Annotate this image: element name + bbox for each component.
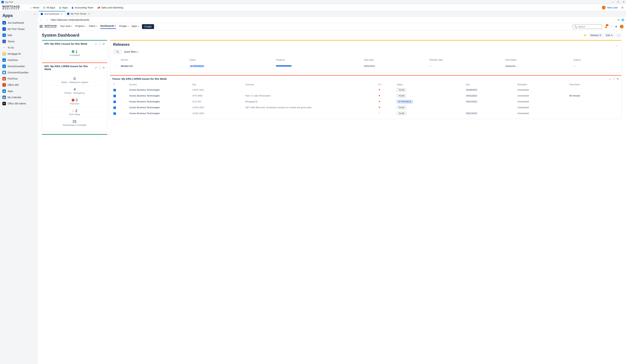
- window-close[interactable]: ✕: [623, 1, 625, 3]
- issue-row[interactable]: ✓ Access Business Technologies SLS-433 M…: [113, 99, 619, 105]
- close-tab-icon[interactable]: ✕: [88, 12, 90, 15]
- browser-tab[interactable]: My Time Tempo✕: [65, 11, 92, 17]
- sidebar-item[interactable]: ✉Mail: [0, 32, 37, 38]
- fcol-summary[interactable]: Summary: [244, 82, 377, 87]
- sidebar-item[interactable]: ☁OneDrive: [0, 57, 37, 63]
- reload-icon[interactable]: ⟳: [103, 42, 105, 45]
- refresh-button[interactable]: Refresh⟳: [589, 33, 603, 38]
- col-reldate[interactable]: Release date: [429, 57, 505, 63]
- edit-button[interactable]: Edit✎: [604, 33, 614, 38]
- key-cell[interactable]: SLS-433: [192, 99, 244, 105]
- nav-allapps[interactable]: ☰All Apps: [43, 6, 55, 9]
- menu-yourwork[interactable]: Your work▾: [60, 25, 72, 29]
- sidebar-item[interactable]: 👥Teams: [0, 38, 37, 44]
- releases-more-icon[interactable]: ⋯: [616, 44, 618, 47]
- col-status[interactable]: Status: [189, 57, 275, 63]
- search-input[interactable]: [578, 25, 599, 28]
- user-name[interactable]: New User: [607, 6, 618, 9]
- menu-dashboards[interactable]: Dashboards▾: [100, 25, 116, 29]
- menu-filters[interactable]: Filters▾: [89, 25, 97, 29]
- col-progress[interactable]: Progress: [275, 57, 363, 63]
- url-display[interactable]: https://atlassian.net/jira/dashboards/: [51, 18, 616, 21]
- minimize-icon[interactable]: ⤢: [95, 42, 97, 45]
- issue-row[interactable]: ✓ Access Business Technologies LEAD-1628…: [113, 105, 619, 110]
- releases-search-icon[interactable]: 🔍: [113, 49, 122, 54]
- summary-cell[interactable]: Mortgage BI: [244, 99, 377, 105]
- issue-row[interactable]: ✓ Access Business Technologies LEAD-1629…: [113, 111, 619, 116]
- fcol-status[interactable]: Status: [396, 82, 465, 87]
- fcol-t[interactable]: T: [113, 82, 128, 87]
- close-tab-icon[interactable]: ✕: [61, 13, 63, 15]
- col-start[interactable]: Start date: [363, 57, 429, 63]
- sidebar-item[interactable]: 📆My Calendar: [0, 94, 37, 101]
- fcol-due[interactable]: Due: [465, 82, 516, 87]
- nav-team[interactable]: ◧Accounting Team: [72, 6, 93, 9]
- refresh-icon[interactable]: ⟳: [618, 18, 620, 21]
- summary-cell[interactable]: [244, 87, 377, 93]
- expand-icon[interactable]: ⛶: [99, 66, 101, 69]
- sidebar-item[interactable]: 📊Mortgage BI: [0, 51, 37, 57]
- fcol-p[interactable]: P ▾: [378, 82, 396, 87]
- user-avatar[interactable]: [602, 6, 606, 9]
- summary-cell[interactable]: Pam: E-mails Restoration: [244, 93, 377, 99]
- col-actions[interactable]: Actions: [573, 57, 618, 63]
- key-cell[interactable]: LEAD-1628: [192, 105, 244, 110]
- reload-icon[interactable]: ⟳: [103, 66, 105, 69]
- help-icon[interactable]: ❔: [610, 25, 613, 28]
- summary-cell[interactable]: [244, 111, 377, 116]
- nav-home[interactable]: ⌂Home: [30, 6, 39, 9]
- globe-icon[interactable]: 🌐: [621, 18, 624, 21]
- star-icon[interactable]: ★: [584, 33, 587, 37]
- menu-people[interactable]: People▾: [119, 25, 128, 29]
- window-maximize[interactable]: ☐: [617, 1, 619, 3]
- sidebar-item[interactable]: 📅FindTime: [0, 75, 37, 82]
- browser-tab[interactable]: Jira Dashboard✕: [39, 11, 65, 17]
- expand-icon[interactable]: ⛶: [613, 77, 615, 80]
- back-button[interactable]: ←: [39, 18, 43, 22]
- col-version[interactable]: Version: [120, 57, 188, 63]
- sidebar-item[interactable]: ⏱My Time Tempo: [0, 26, 37, 32]
- settings-icon[interactable]: ⚙: [621, 6, 624, 9]
- issue-row[interactable]: ✓ Access Business Technologies LEAD-1601…: [113, 87, 619, 93]
- fcol-res[interactable]: Resolution: [517, 82, 568, 87]
- jira-avatar[interactable]: [620, 25, 624, 29]
- forward-button[interactable]: →: [45, 18, 49, 22]
- sidebar-item[interactable]: ◆Jira Dashboard: [0, 20, 37, 26]
- sidebar-item[interactable]: ✔To Do: [0, 44, 37, 51]
- summary-cell[interactable]: ABT: With Microsoft, Accelerate solution…: [244, 105, 377, 110]
- minimize-icon[interactable]: ⤢: [609, 77, 611, 80]
- expand-icon[interactable]: ⛶: [99, 42, 101, 45]
- minimize-icon[interactable]: ⤢: [95, 66, 97, 69]
- more-button[interactable]: ⋯: [616, 33, 622, 38]
- fcol-account[interactable]: Account: [128, 82, 191, 87]
- menu-projects[interactable]: Projects▾: [75, 25, 86, 29]
- sidebar-item[interactable]: ⚙Office 365 Admin: [0, 101, 37, 107]
- reload-icon[interactable]: ⟳: [617, 77, 619, 80]
- release-row[interactable]: ⋮⋮ Version 4.0 IN PROGRESS 03/01/2021 --…: [114, 63, 618, 69]
- sidebar-item[interactable]: OOffice 365: [0, 82, 37, 88]
- sidebar-item[interactable]: 📄DocumentGuardian: [0, 69, 37, 75]
- key-cell[interactable]: SYS-9482: [192, 93, 244, 99]
- search-box[interactable]: 🔍: [573, 24, 602, 29]
- key-cell[interactable]: LEAD-1629: [192, 111, 244, 116]
- notifications-icon[interactable]: 🔔5: [604, 25, 607, 28]
- row-actions-icon[interactable]: ⋯: [573, 65, 576, 67]
- fcol-time[interactable]: Time Spent: [569, 82, 619, 87]
- collapse-sidebar-icon[interactable]: «: [34, 12, 36, 15]
- window-minimize[interactable]: —: [612, 1, 614, 3]
- quick-filters[interactable]: Quick filters▾: [124, 50, 139, 53]
- fcol-key[interactable]: Key: [192, 82, 244, 87]
- jira-settings-icon[interactable]: ⚙: [615, 25, 617, 28]
- drag-handle-icon[interactable]: ⋮⋮: [114, 65, 119, 67]
- jira-logo[interactable]: MORTGAGE WORKSPACE: [44, 25, 57, 28]
- key-cell[interactable]: LEAD-1601: [192, 87, 244, 93]
- sidebar-item[interactable]: ⚙DeviceGuardian: [0, 63, 37, 69]
- app-switcher-icon[interactable]: [40, 25, 43, 28]
- nav-sales[interactable]: 📣Sales and Marketing: [97, 6, 123, 9]
- nav-apps[interactable]: ▦Apps: [59, 6, 68, 9]
- issue-row[interactable]: ✓ Access Business Technologies SYS-9482 …: [113, 93, 619, 99]
- col-desc[interactable]: Description: [505, 57, 572, 63]
- sidebar-item[interactable]: ▦Apps: [0, 88, 37, 94]
- menu-apps[interactable]: Apps▾: [132, 25, 139, 29]
- create-button[interactable]: Create: [142, 24, 154, 29]
